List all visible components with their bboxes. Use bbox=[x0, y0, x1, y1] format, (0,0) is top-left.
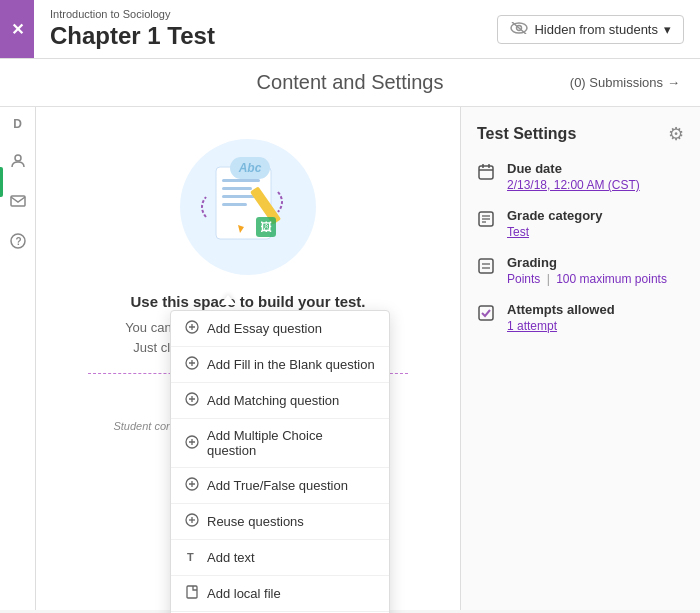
dropdown-label-true-false: Add True/False question bbox=[207, 478, 348, 493]
sidebar-item-d[interactable]: D bbox=[13, 117, 22, 131]
svg-text:?: ? bbox=[15, 236, 21, 247]
build-title: Use this space to build your test. bbox=[130, 293, 365, 310]
test-settings-panel: Test Settings ⚙ Due date 2/13/18, 12:00 … bbox=[460, 107, 700, 610]
dropdown-label-essay: Add Essay question bbox=[207, 321, 322, 336]
due-date-content: Due date 2/13/18, 12:00 AM (CST) bbox=[507, 161, 640, 192]
grading-content: Grading Points | 100 maximum points bbox=[507, 255, 667, 286]
dropdown-label-multiple-choice: Add Multiple Choice question bbox=[207, 428, 375, 458]
dropdown-item-local-file[interactable]: Add local file bbox=[171, 576, 389, 612]
svg-rect-10 bbox=[222, 187, 252, 190]
dropdown-item-fill-blank[interactable]: Add Fill in the Blank question bbox=[171, 347, 389, 383]
add-essay-icon bbox=[185, 320, 199, 337]
svg-rect-32 bbox=[479, 306, 493, 320]
dropdown-item-reuse[interactable]: Reuse questions bbox=[171, 504, 389, 540]
reuse-icon bbox=[185, 513, 199, 530]
grading-value: Points | 100 maximum points bbox=[507, 272, 667, 286]
dropdown-label-local-file: Add local file bbox=[207, 586, 281, 601]
page-header: ✕ Introduction to Sociology Chapter 1 Te… bbox=[0, 0, 700, 59]
arrow-right-icon: → bbox=[667, 75, 680, 90]
grading-icon bbox=[477, 257, 497, 277]
sidebar-item-mail[interactable] bbox=[8, 191, 28, 211]
svg-rect-52 bbox=[187, 586, 197, 598]
dropdown-item-matching[interactable]: Add Matching question bbox=[171, 383, 389, 419]
subheader: Content and Settings (0) Submissions → bbox=[0, 59, 700, 107]
svg-text:🖼: 🖼 bbox=[260, 220, 272, 234]
submissions-link[interactable]: (0) Submissions → bbox=[570, 75, 680, 90]
chevron-down-icon: ▾ bbox=[664, 22, 671, 37]
due-date-value[interactable]: 2/13/18, 12:00 AM (CST) bbox=[507, 178, 640, 192]
svg-rect-11 bbox=[222, 195, 257, 198]
svg-rect-4 bbox=[11, 196, 25, 206]
dropdown-label-fill-blank: Add Fill in the Blank question bbox=[207, 357, 375, 372]
file-icon bbox=[185, 585, 199, 602]
checkbox-icon bbox=[477, 304, 497, 324]
grading-setting: Grading Points | 100 maximum points bbox=[477, 255, 684, 286]
attempts-value[interactable]: 1 attempt bbox=[507, 319, 615, 333]
dropdown-item-essay[interactable]: Add Essay question bbox=[171, 311, 389, 347]
text-icon: T bbox=[185, 549, 199, 566]
test-settings-header: Test Settings ⚙ bbox=[477, 123, 684, 145]
dropdown-item-add-text[interactable]: T Add text bbox=[171, 540, 389, 576]
add-matching-icon bbox=[185, 392, 199, 409]
dropdown-label-reuse: Reuse questions bbox=[207, 514, 304, 529]
svg-rect-12 bbox=[222, 203, 247, 206]
svg-rect-29 bbox=[479, 259, 493, 273]
close-button[interactable]: ✕ bbox=[0, 0, 34, 58]
add-fill-blank-icon bbox=[185, 356, 199, 373]
sidebar: D ? bbox=[0, 107, 36, 610]
svg-rect-9 bbox=[222, 179, 260, 182]
svg-rect-21 bbox=[479, 166, 493, 179]
calendar-icon bbox=[477, 163, 497, 183]
svg-text:T: T bbox=[187, 551, 194, 563]
attempts-setting: Attempts allowed 1 attempt bbox=[477, 302, 684, 333]
page-title: Chapter 1 Test bbox=[50, 22, 215, 50]
dropdown-popup: Add Essay question Add Fill in the Blank… bbox=[170, 310, 390, 613]
dropdown-label-add-text: Add text bbox=[207, 550, 255, 565]
sidebar-item-help[interactable]: ? bbox=[8, 231, 28, 251]
grading-points-link[interactable]: Points bbox=[507, 272, 540, 286]
add-multiple-choice-icon bbox=[185, 435, 199, 452]
due-date-label: Due date bbox=[507, 161, 640, 176]
eye-icon bbox=[510, 22, 528, 37]
sidebar-green-bar bbox=[0, 167, 3, 197]
dropdown-label-matching: Add Matching question bbox=[207, 393, 339, 408]
grading-separator: | bbox=[547, 272, 550, 286]
gear-icon[interactable]: ⚙ bbox=[668, 123, 684, 145]
content-settings-title: Content and Settings bbox=[257, 71, 444, 94]
attempts-content: Attempts allowed 1 attempt bbox=[507, 302, 615, 333]
visibility-label: Hidden from students bbox=[534, 22, 658, 37]
breadcrumb: Introduction to Sociology bbox=[50, 8, 215, 20]
attempts-label: Attempts allowed bbox=[507, 302, 615, 317]
add-true-false-icon bbox=[185, 477, 199, 494]
dropdown-arrow bbox=[220, 295, 236, 305]
test-settings-title: Test Settings bbox=[477, 125, 576, 143]
visibility-button[interactable]: Hidden from students ▾ bbox=[497, 15, 684, 44]
submissions-label: (0) Submissions bbox=[570, 75, 663, 90]
svg-text:Abc: Abc bbox=[238, 161, 262, 175]
grade-category-label: Grade category bbox=[507, 208, 602, 223]
illustration: Abc 🖼 bbox=[178, 137, 318, 277]
grading-max-link[interactable]: 100 maximum points bbox=[556, 272, 667, 286]
grade-category-content: Grade category Test bbox=[507, 208, 602, 239]
dropdown-item-multiple-choice[interactable]: Add Multiple Choice question bbox=[171, 419, 389, 468]
grade-category-setting: Grade category Test bbox=[477, 208, 684, 239]
header-left: Introduction to Sociology Chapter 1 Test bbox=[50, 8, 215, 50]
svg-point-3 bbox=[15, 155, 21, 161]
grading-label: Grading bbox=[507, 255, 667, 270]
grade-category-value[interactable]: Test bbox=[507, 225, 602, 239]
dropdown-item-true-false[interactable]: Add True/False question bbox=[171, 468, 389, 504]
sidebar-item-user[interactable] bbox=[8, 151, 28, 171]
grade-icon bbox=[477, 210, 497, 230]
due-date-setting: Due date 2/13/18, 12:00 AM (CST) bbox=[477, 161, 684, 192]
